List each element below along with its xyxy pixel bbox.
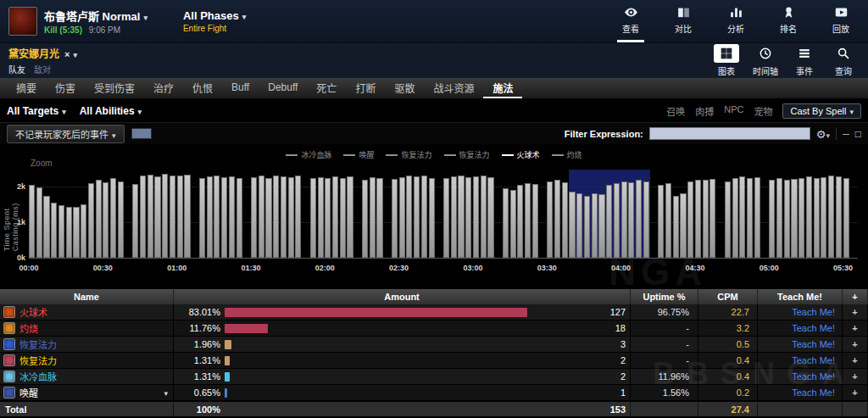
table-row[interactable]: 唤醒0.65%11.56%0.2Teach Me!+ [0, 385, 868, 401]
boss-selector[interactable]: 布鲁塔卢斯 Normal [44, 8, 147, 24]
spell-name-cell[interactable]: 恢复法力 [0, 337, 174, 352]
column-header-teachme[interactable]: Teach Me! [758, 289, 843, 304]
topnav-item-replay[interactable]: 回放 [827, 0, 854, 42]
chart-bar [791, 179, 797, 258]
cast-by-dropdown[interactable]: Cast By Spell [782, 103, 861, 119]
cast-percent: 11.76% [178, 323, 220, 333]
close-icon[interactable] [59, 48, 70, 60]
chart-bar [665, 183, 671, 258]
legend-item[interactable]: 唤醒 [343, 149, 374, 160]
chip-NPC[interactable]: NPC [724, 104, 743, 118]
spell-name-cell[interactable]: 冰冷血脉 [0, 369, 174, 384]
table-row[interactable]: 恢复法力1.31%2-0.4Teach Me!+ [0, 353, 868, 369]
topnav-item-eye[interactable]: 查看 [617, 0, 644, 42]
topnav-item-chart[interactable]: 分析 [722, 0, 749, 42]
gear-icon[interactable] [816, 126, 830, 142]
tab-战斗资源[interactable]: 战斗资源 [424, 78, 483, 98]
tab-驱散[interactable]: 驱散 [385, 78, 424, 98]
spell-name-cell[interactable]: 唤醒 [0, 385, 174, 400]
table-row[interactable]: 恢复法力1.96%3-0.5Teach Me!+ [0, 337, 868, 353]
chart-bar [814, 178, 820, 258]
view-tab-grid[interactable]: 图表 [714, 44, 739, 77]
spell-icon [3, 371, 15, 382]
chart-bar [421, 176, 427, 258]
expand-plus-button[interactable]: + [843, 369, 868, 384]
chart-bar [747, 178, 753, 258]
teach-me-link[interactable]: Teach Me! [792, 323, 835, 333]
topnav-item-ranking[interactable]: 排名 [775, 0, 802, 42]
expand-plus-button[interactable]: + [843, 353, 868, 368]
targets-dropdown[interactable]: All Targets [7, 105, 66, 117]
expand-plus-button[interactable]: + [843, 304, 868, 320]
legend-item[interactable]: 火球术 [502, 149, 540, 160]
x-tick-label: 00:30 [93, 264, 113, 272]
caret-down-icon [70, 48, 77, 60]
table-row[interactable]: 冰冷血脉1.31%211.96%0.4Teach Me!+ [0, 369, 868, 385]
column-header-name[interactable]: Name [0, 289, 174, 304]
maximize-icon[interactable] [855, 128, 861, 140]
tab-施法[interactable]: 施法 [483, 78, 522, 98]
expand-plus-button[interactable]: + [843, 385, 868, 400]
clock-icon [753, 44, 778, 63]
tab-受到伤害[interactable]: 受到伤害 [85, 78, 144, 98]
tab-死亡[interactable]: 死亡 [307, 78, 346, 98]
column-header-+[interactable]: + [843, 289, 868, 304]
teach-me-link[interactable]: Teach Me! [792, 355, 835, 365]
teach-me-link[interactable]: Teach Me! [792, 339, 835, 349]
spell-name-cell[interactable]: 恢复法力 [0, 353, 174, 368]
chart-bar [229, 176, 235, 258]
view-tab-query[interactable]: 查询 [831, 44, 856, 77]
cpm-value: 3.2 [698, 320, 758, 336]
tab-打断[interactable]: 打断 [346, 78, 385, 98]
teach-me-link[interactable]: Teach Me! [792, 387, 835, 398]
cast-chart: 冰冷血脉唤醒恢复法力恢复法力火球术灼烧 Zoom Time Spent Cast… [0, 146, 868, 286]
view-tab-events[interactable]: 事件 [792, 44, 817, 77]
abilities-dropdown[interactable]: All Abilities [80, 105, 142, 117]
column-header-uptime%[interactable]: Uptime % [631, 289, 698, 304]
divider [836, 128, 837, 140]
column-header-amount[interactable]: Amount [174, 289, 631, 304]
teach-me-link[interactable]: Teach Me! [792, 371, 835, 382]
chart-bar [147, 175, 153, 258]
chart-bar [392, 179, 398, 258]
cast-count: 2 [593, 355, 626, 365]
legend-item[interactable]: 恢复法力 [386, 149, 431, 160]
chart-bar [140, 176, 146, 258]
cast-count: 18 [593, 323, 626, 333]
cast-percent: 1.31% [178, 355, 220, 365]
tab-伤害[interactable]: 伤害 [46, 78, 85, 98]
filter-expression-input[interactable] [649, 127, 810, 140]
expand-plus-button[interactable]: + [843, 337, 868, 352]
chart-bar [776, 178, 782, 258]
expand-plus-button[interactable]: + [843, 320, 868, 336]
chart-bar [465, 177, 471, 258]
minimize-icon[interactable] [843, 129, 849, 139]
teach-me-link[interactable]: Teach Me! [792, 307, 835, 317]
chip-召唤[interactable]: 召唤 [666, 104, 685, 118]
legend-item[interactable]: 冰冷血脉 [286, 149, 331, 160]
player-selector[interactable]: 黛安娜月光 [8, 46, 77, 60]
topnav-item-compare[interactable]: 对比 [670, 0, 697, 42]
tab-Debuff[interactable]: Debuff [259, 78, 307, 98]
phase-selector[interactable]: All Phases Entire Fight [183, 9, 246, 33]
color-swatch[interactable] [131, 128, 152, 139]
chip-肉搏[interactable]: 肉搏 [695, 104, 714, 118]
spell-name-cell[interactable]: 火球术 [0, 304, 174, 320]
tab-Buff[interactable]: Buff [222, 78, 259, 98]
chart-plot[interactable] [29, 170, 858, 259]
tab-摘要[interactable]: 摘要 [7, 78, 46, 98]
column-header-cpm[interactable]: CPM [698, 289, 758, 304]
enemies-toggle[interactable]: 敌对 [34, 63, 51, 75]
legend-item[interactable]: 恢复法力 [444, 149, 490, 160]
table-row[interactable]: 灼烧11.76%18-3.2Teach Me!+ [0, 320, 868, 337]
view-tab-clock[interactable]: 时间轴 [753, 44, 778, 77]
chip-宠物[interactable]: 宠物 [754, 104, 772, 118]
tab-治疗[interactable]: 治疗 [144, 78, 183, 98]
legend-item[interactable]: 灼烧 [552, 149, 582, 160]
spell-name-cell[interactable]: 灼烧 [0, 320, 174, 336]
caret-down-icon[interactable] [160, 387, 173, 398]
table-row[interactable]: 火球术83.01%12796.75%22.7Teach Me!+ [0, 304, 868, 320]
friendlies-toggle[interactable]: 队友 [8, 63, 25, 75]
death-filter-button[interactable]: 不记录玩家死后的事件 [7, 125, 125, 143]
tab-仇恨[interactable]: 仇恨 [183, 78, 222, 98]
